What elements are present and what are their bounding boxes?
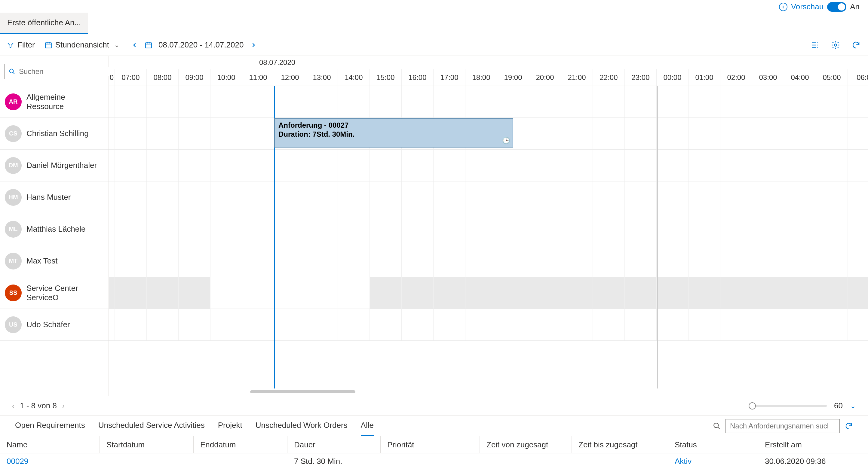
hour-label: 03:00 bbox=[752, 69, 784, 86]
timeline-row[interactable]: Anforderung - 00027Duration: 7Std. 30Min… bbox=[109, 118, 868, 149]
pager-next-button[interactable]: › bbox=[62, 402, 65, 410]
resource-row[interactable]: USUdo Schäfer bbox=[0, 309, 108, 341]
preview-toggle-state: An bbox=[850, 2, 860, 11]
tab-main[interactable]: Erste öffentliche An... bbox=[0, 12, 88, 34]
resource-name: Udo Schäfer bbox=[27, 320, 70, 329]
pager-label: 1 - 8 von 8 bbox=[20, 401, 57, 410]
tab-projekt[interactable]: Projekt bbox=[218, 416, 242, 436]
row-end bbox=[194, 454, 287, 469]
settings-button[interactable] bbox=[830, 40, 841, 51]
hour-label: 04:00 bbox=[784, 69, 816, 86]
hour-label: 08:00 bbox=[147, 69, 179, 86]
hour-label: 12:00 bbox=[274, 69, 306, 86]
tab-alle[interactable]: Alle bbox=[361, 416, 374, 436]
timeline-scrollbar[interactable] bbox=[109, 389, 868, 396]
resource-row[interactable]: CSChristian Schilling bbox=[0, 118, 108, 149]
resource-name: Service Center ServiceO bbox=[27, 283, 104, 302]
filter-label: Filter bbox=[18, 40, 35, 49]
booking-duration: Duration: 7Std. 30Min. bbox=[278, 130, 509, 139]
timeline-row[interactable] bbox=[109, 309, 868, 341]
svg-point-4 bbox=[714, 423, 718, 428]
clock-icon: 🕒 bbox=[502, 136, 510, 145]
hour-label: 14:00 bbox=[338, 69, 370, 86]
tab-unscheduled-work-orders[interactable]: Unscheduled Work Orders bbox=[255, 416, 347, 436]
filter-button[interactable]: Filter bbox=[7, 40, 35, 49]
timeline-date-label: 08.07.2020 bbox=[109, 56, 868, 69]
row-created: 30.06.2020 09:36 bbox=[758, 454, 868, 469]
avatar: MT bbox=[5, 253, 22, 269]
hour-label: 10:00 bbox=[211, 69, 242, 86]
refresh-button[interactable] bbox=[850, 40, 861, 51]
date-prev-button[interactable] bbox=[131, 41, 138, 49]
avatar: HM bbox=[5, 189, 22, 206]
info-icon[interactable]: i bbox=[779, 3, 787, 11]
col-time-to[interactable]: Zeit bis zugesagt bbox=[572, 436, 668, 453]
filter-icon bbox=[7, 41, 14, 49]
hour-label: 06:0 bbox=[848, 69, 868, 86]
col-created[interactable]: Erstellt am bbox=[758, 436, 868, 453]
timeline-row[interactable] bbox=[109, 245, 868, 277]
avatar: CS bbox=[5, 125, 22, 142]
resource-name: Allgemeine Ressource bbox=[27, 93, 104, 111]
zoom-value: 60 bbox=[834, 401, 843, 410]
timeline-row[interactable] bbox=[109, 277, 868, 309]
chevron-down-icon: ⌄ bbox=[112, 41, 121, 49]
timeline-row[interactable] bbox=[109, 86, 868, 118]
row-time-from bbox=[480, 454, 572, 469]
col-status[interactable]: Status bbox=[668, 436, 758, 453]
timeline-row[interactable] bbox=[109, 181, 868, 213]
col-duration[interactable]: Dauer bbox=[287, 436, 381, 453]
view-dropdown[interactable]: Stundenansicht ⌄ bbox=[44, 40, 121, 49]
col-time-from[interactable]: Zeit von zugesagt bbox=[480, 436, 572, 453]
resource-row[interactable]: MTMax Test bbox=[0, 245, 108, 277]
resource-row[interactable]: MLMatthias Lächele bbox=[0, 213, 108, 245]
zoom-chevron-icon[interactable]: ⌄ bbox=[850, 402, 856, 410]
col-end[interactable]: Enddatum bbox=[194, 436, 287, 453]
col-start[interactable]: Startdatum bbox=[100, 436, 194, 453]
date-next-button[interactable] bbox=[250, 41, 257, 49]
tab-open-requirements[interactable]: Open Requirements bbox=[15, 416, 85, 436]
hour-label: 09:00 bbox=[179, 69, 211, 86]
search-icon bbox=[9, 68, 16, 75]
avatar: DM bbox=[5, 157, 22, 174]
row-status: Aktiv bbox=[668, 454, 758, 469]
resource-row[interactable]: SSService Center ServiceO bbox=[0, 277, 108, 309]
row-name-link[interactable]: 00029 bbox=[0, 454, 100, 469]
booking-title: Anforderung - 00027 bbox=[278, 121, 509, 130]
pager-prev-button[interactable]: ‹ bbox=[12, 402, 14, 410]
preview-toggle[interactable] bbox=[827, 2, 846, 12]
resource-search[interactable] bbox=[4, 64, 99, 79]
timeline-row[interactable] bbox=[109, 149, 868, 181]
col-priority[interactable]: Priorität bbox=[381, 436, 480, 453]
tab-unscheduled-activities[interactable]: Unscheduled Service Activities bbox=[98, 416, 205, 436]
hour-label: 13:00 bbox=[306, 69, 338, 86]
list-settings-button[interactable] bbox=[810, 40, 820, 51]
table-row[interactable]: 00029 7 Std. 30 Min. Aktiv 30.06.2020 09… bbox=[0, 454, 868, 469]
booking-item[interactable]: Anforderung - 00027Duration: 7Std. 30Min… bbox=[274, 119, 513, 147]
svg-point-2 bbox=[834, 44, 837, 46]
resource-name: Daniel Mörgenthaler bbox=[27, 161, 97, 170]
avatar: AR bbox=[5, 94, 22, 110]
hour-label: 20:00 bbox=[529, 69, 561, 86]
hour-label: 05:00 bbox=[816, 69, 848, 86]
bottom-search-icon[interactable] bbox=[713, 422, 721, 430]
hour-label: 16:00 bbox=[402, 69, 434, 86]
resource-row[interactable]: DMDaniel Mörgenthaler bbox=[0, 149, 108, 181]
hour-label: 15:00 bbox=[370, 69, 402, 86]
col-name[interactable]: Name bbox=[0, 436, 100, 453]
svg-rect-1 bbox=[146, 43, 152, 48]
resource-name: Max Test bbox=[27, 256, 58, 266]
bottom-refresh-button[interactable] bbox=[844, 422, 853, 430]
resource-row[interactable]: HMHans Muster bbox=[0, 181, 108, 213]
calendar-view-icon bbox=[44, 41, 52, 49]
timeline-row[interactable] bbox=[109, 213, 868, 245]
bottom-search-input[interactable] bbox=[725, 419, 840, 433]
avatar: SS bbox=[5, 284, 22, 301]
resource-name: Hans Muster bbox=[27, 193, 71, 202]
hour-label: 23:00 bbox=[625, 69, 657, 86]
zoom-slider[interactable] bbox=[749, 405, 827, 407]
resource-name: Matthias Lächele bbox=[27, 225, 86, 234]
resource-search-input[interactable] bbox=[18, 67, 110, 76]
resource-row[interactable]: ARAllgemeine Ressource bbox=[0, 86, 108, 118]
calendar-icon[interactable] bbox=[145, 41, 152, 49]
